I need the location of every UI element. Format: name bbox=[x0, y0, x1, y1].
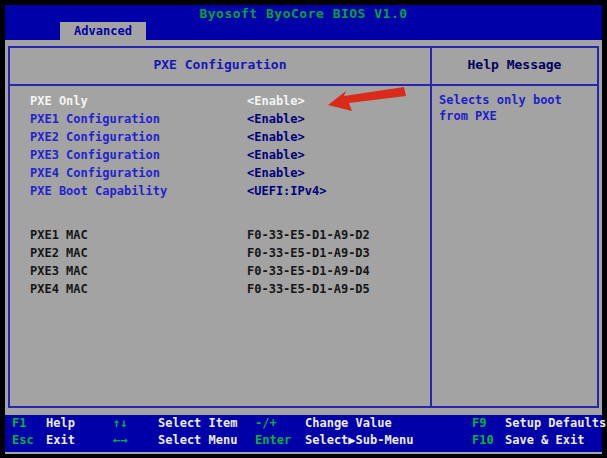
hotkey-label: Select Item bbox=[158, 415, 237, 432]
hotkey-updown-icon: ↑↓ bbox=[113, 415, 127, 432]
hotkey-label: Select Menu bbox=[158, 432, 237, 449]
option-label: PXE4 Configuration bbox=[30, 164, 160, 182]
hotkey-f1: F1 bbox=[12, 415, 26, 432]
info-row-pxe1-mac: PXE1 MAC F0-33-E5-D1-A9-D2 bbox=[10, 226, 430, 244]
hotkey-f10: F10 bbox=[472, 432, 494, 449]
option-value[interactable]: <Enable> bbox=[247, 92, 305, 110]
hotkey-enter: Enter bbox=[255, 432, 291, 449]
hotkey-row-2: Esc Exit ←→ Select Menu Enter Select▶Sub… bbox=[5, 432, 602, 449]
option-value[interactable]: <Enable> bbox=[247, 110, 305, 128]
hotkey-label: Select▶Sub-Menu bbox=[305, 432, 413, 449]
red-arrow-icon bbox=[327, 86, 407, 111]
hotkey-f9: F9 bbox=[472, 415, 486, 432]
option-label: PXE1 Configuration bbox=[30, 110, 160, 128]
info-label: PXE4 MAC bbox=[30, 280, 88, 298]
info-label: PXE1 MAC bbox=[30, 226, 88, 244]
option-value[interactable]: <Enable> bbox=[247, 146, 305, 164]
info-row-pxe2-mac: PXE2 MAC F0-33-E5-D1-A9-D3 bbox=[10, 244, 430, 262]
info-row-pxe3-mac: PXE3 MAC F0-33-E5-D1-A9-D4 bbox=[10, 262, 430, 280]
option-list: PXE Only <Enable> PXE1 Configuration <En… bbox=[10, 92, 430, 298]
info-label: PXE3 MAC bbox=[30, 262, 88, 280]
info-value: F0-33-E5-D1-A9-D3 bbox=[247, 244, 370, 262]
help-panel-title: Help Message bbox=[432, 57, 597, 72]
section-title: PXE Configuration bbox=[10, 57, 430, 72]
hotkey-esc: Esc bbox=[12, 432, 34, 449]
option-label: PXE2 Configuration bbox=[30, 128, 160, 146]
hotkey-label: Help bbox=[46, 415, 75, 432]
hotkey-minus-plus: -/+ bbox=[255, 415, 277, 432]
main-panel: PXE Configuration Help Message PXE Only … bbox=[8, 46, 599, 408]
option-value[interactable]: <UEFI:IPv4> bbox=[247, 182, 326, 200]
hotkey-row-1: F1 Help ↑↓ Select Item -/+ Change Value … bbox=[5, 415, 602, 432]
hotkey-label: Exit bbox=[46, 432, 75, 449]
hotkey-label: Save & Exit bbox=[505, 432, 584, 449]
option-label: PXE3 Configuration bbox=[30, 146, 160, 164]
hotkey-bar: F1 Help ↑↓ Select Item -/+ Change Value … bbox=[5, 415, 602, 452]
option-pxe3-configuration[interactable]: PXE3 Configuration <Enable> bbox=[10, 146, 430, 164]
info-label: PXE2 MAC bbox=[30, 244, 88, 262]
option-pxe1-configuration[interactable]: PXE1 Configuration <Enable> bbox=[10, 110, 430, 128]
info-value: F0-33-E5-D1-A9-D5 bbox=[247, 280, 370, 298]
option-pxe4-configuration[interactable]: PXE4 Configuration <Enable> bbox=[10, 164, 430, 182]
option-value[interactable]: <Enable> bbox=[247, 164, 305, 182]
option-label: PXE Boot Capability bbox=[30, 182, 167, 200]
hotkey-label: Setup Defaults bbox=[505, 415, 606, 432]
panel-divider bbox=[430, 48, 432, 406]
bios-title: Byosoft ByoCore BIOS V1.0 bbox=[5, 6, 602, 21]
info-value: F0-33-E5-D1-A9-D4 bbox=[247, 262, 370, 280]
option-pxe-boot-capability[interactable]: PXE Boot Capability <UEFI:IPv4> bbox=[10, 182, 430, 200]
hotkey-label: Change Value bbox=[305, 415, 392, 432]
tab-advanced[interactable]: Advanced bbox=[60, 22, 146, 40]
option-pxe2-configuration[interactable]: PXE2 Configuration <Enable> bbox=[10, 128, 430, 146]
info-row-pxe4-mac: PXE4 MAC F0-33-E5-D1-A9-D5 bbox=[10, 280, 430, 298]
option-value[interactable]: <Enable> bbox=[247, 128, 305, 146]
option-label: PXE Only bbox=[30, 92, 88, 110]
spacer bbox=[10, 200, 430, 226]
hotkey-leftright-icon: ←→ bbox=[113, 432, 127, 449]
info-value: F0-33-E5-D1-A9-D2 bbox=[247, 226, 370, 244]
bios-setup-screen: Byosoft ByoCore BIOS V1.0 Advanced PXE C… bbox=[0, 0, 607, 458]
help-message-text: Selects only boot from PXE bbox=[439, 92, 599, 124]
